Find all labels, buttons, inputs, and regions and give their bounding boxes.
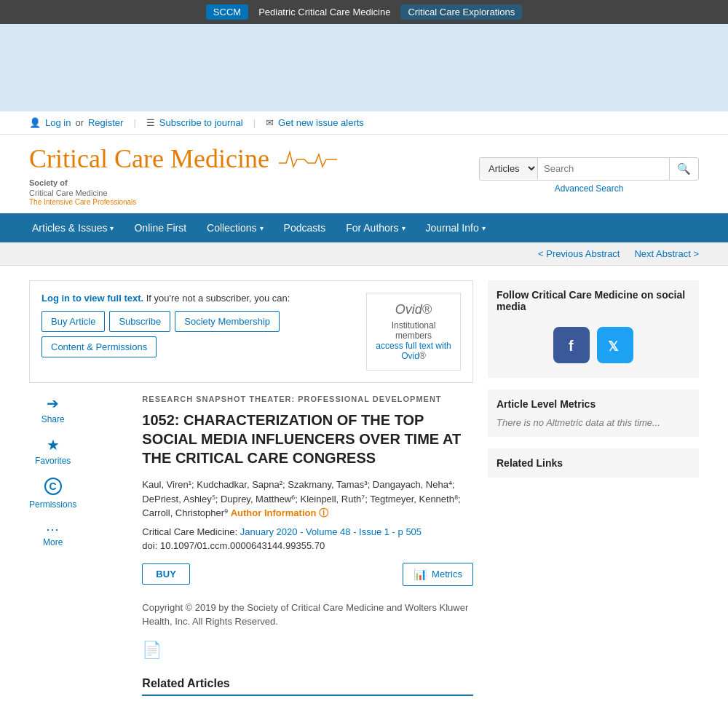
or-text: or [75, 117, 84, 128]
twitter-icon[interactable]: 𝕏 [597, 327, 633, 363]
main-nav: Articles & Issues ▾ Online First Collect… [0, 213, 728, 242]
top-bar-sccm[interactable]: SCCM [206, 4, 248, 20]
permissions-icon: C [44, 478, 62, 495]
search-type-select[interactable]: Articles [480, 158, 538, 179]
share-action[interactable]: ➔ Share [29, 395, 76, 424]
content-wrapper: Log in to view full text. If you're not … [0, 266, 728, 719]
society-membership-button[interactable]: Society Membership [175, 311, 280, 332]
search-box: Articles 🔍 [479, 157, 699, 181]
chevron-down-icon2: ▾ [260, 224, 264, 232]
facebook-icon[interactable]: f [553, 327, 590, 363]
search-input[interactable] [538, 159, 669, 178]
chevron-down-icon: ▾ [110, 224, 114, 232]
metrics-button[interactable]: 📊 Metrics [403, 563, 473, 586]
next-abstract-link[interactable]: Next Abstract > [634, 248, 699, 259]
login-prompt: Log in to view full text. If you're not … [41, 293, 355, 304]
alerts-link[interactable]: Get new issue alerts [278, 117, 364, 128]
nav-articles-issues[interactable]: Articles & Issues ▾ [22, 213, 124, 242]
register-link[interactable]: Register [88, 117, 123, 128]
more-icon: ⋯ [46, 521, 60, 537]
favorites-label: Favorites [35, 456, 71, 466]
social-title: Follow Critical Care Medicine on social … [496, 289, 690, 312]
chevron-down-icon4: ▾ [482, 224, 486, 232]
ovid-text: Institutional members [376, 320, 451, 341]
banner-area [0, 24, 728, 111]
journal-link[interactable]: January 2020 - Volume 48 - Issue 1 - p 5… [240, 526, 422, 537]
sidebar: Follow Critical Care Medicine on social … [488, 280, 699, 705]
login-link[interactable]: Log in [45, 117, 71, 128]
society-name2: Critical Care Medicine [29, 189, 108, 197]
svg-text:𝕏: 𝕏 [608, 339, 619, 354]
login-icon: 👤 [29, 117, 41, 128]
journal-ref: Critical Care Medicine: January 2020 - V… [142, 526, 473, 537]
header: Critical Care Medicine Society of Critic… [0, 135, 728, 213]
more-label: More [43, 537, 63, 547]
article-section: ➔ Share ★ Favorites C Permissions ⋯ More [29, 395, 473, 705]
no-metrics-text: There is no Altmetric data at this time.… [496, 417, 690, 428]
abstract-nav: < Previous Abstract Next Abstract > [0, 242, 728, 266]
related-links-title: Related Links [496, 457, 690, 469]
account-bar: 👤 Log in or Register | ☰ Subscribe to jo… [0, 111, 728, 135]
logo-area: Critical Care Medicine Society of Critic… [29, 146, 337, 206]
subscribe-icon: ☰ [146, 117, 155, 128]
logo-subtitle: Society of Critical Care Medicine The In… [29, 178, 337, 207]
ovid-access-link[interactable]: access full text with Ovid [376, 341, 451, 361]
chevron-down-icon3: ▾ [402, 224, 405, 232]
document-icon[interactable]: 📄 [142, 641, 473, 660]
pipe-separator2: | [253, 117, 256, 128]
article-category: RESEARCH SNAPSHOT THEATER: PROFESSIONAL … [142, 395, 473, 403]
access-left: Log in to view full text. If you're not … [41, 293, 355, 357]
ovid-logo: Ovid® [376, 302, 451, 317]
tagline: The Intensive Care Professionals [29, 198, 136, 206]
search-area: Articles 🔍 Advanced Search [479, 157, 699, 195]
top-bar-cce[interactable]: Critical Care Explorations [400, 4, 522, 20]
nav-podcasts[interactable]: Podcasts [274, 213, 336, 242]
journal-title: Critical Care Medicine [29, 146, 337, 175]
login-prompt-link[interactable]: Log in to view full text. [41, 293, 143, 304]
access-buttons: Buy Article Subscribe Society Membership… [41, 311, 355, 357]
article-actions: ➔ Share ★ Favorites C Permissions ⋯ More [29, 395, 76, 705]
svg-text:f: f [569, 338, 574, 354]
top-bar-pccm[interactable]: Pediatric Critical Care Medicine [251, 4, 397, 20]
star-icon: ★ [47, 436, 60, 454]
more-action[interactable]: ⋯ More [29, 521, 76, 547]
subscribe-link[interactable]: Subscribe to journal [159, 117, 243, 128]
author-info-link[interactable]: Author Information ⓘ [231, 507, 328, 518]
main-content: Log in to view full text. If you're not … [29, 280, 473, 705]
article-authors: Kaul, Viren¹; Kudchadkar, Sapna²; Szakma… [142, 478, 473, 521]
share-icon: ➔ [47, 395, 59, 412]
nav-journal-info[interactable]: Journal Info ▾ [416, 213, 496, 242]
previous-abstract-link[interactable]: < Previous Abstract [538, 248, 620, 259]
favorites-action[interactable]: ★ Favorites [29, 436, 76, 466]
access-box: Log in to view full text. If you're not … [29, 280, 473, 383]
nav-online-first[interactable]: Online First [124, 213, 197, 242]
ovid-box: Ovid® Institutional members access full … [366, 293, 461, 371]
subscribe-button[interactable]: Subscribe [109, 311, 170, 332]
metrics-bar-icon: 📊 [414, 568, 427, 581]
permissions-action[interactable]: C Permissions [29, 478, 76, 510]
search-button[interactable]: 🔍 [669, 158, 698, 180]
related-links-section: Related Links [488, 448, 699, 478]
social-icons: f 𝕏 [496, 321, 690, 369]
nav-for-authors[interactable]: For Authors ▾ [336, 213, 415, 242]
social-section: Follow Critical Care Medicine on social … [488, 280, 699, 378]
permissions-label: Permissions [29, 499, 76, 510]
metrics-section-title: Article Level Metrics [496, 398, 690, 410]
ecg-decoration [279, 149, 337, 175]
metrics-section: Article Level Metrics There is no Altmet… [488, 389, 699, 437]
nav-collections[interactable]: Collections ▾ [197, 213, 273, 242]
article-title: 1052: CHARACTERIZATION OF THE TOP SOCIAL… [142, 411, 473, 467]
buy-article-button[interactable]: Buy Article [41, 311, 105, 332]
ovid-sup: ® [419, 351, 426, 361]
top-bar: SCCM Pediatric Critical Care Medicine Cr… [0, 0, 728, 24]
doi-text: doi: 10.1097/01.ccm.0000643144.99355.70 [142, 540, 473, 551]
article-body: RESEARCH SNAPSHOT THEATER: PROFESSIONAL … [142, 395, 473, 705]
content-permissions-button[interactable]: Content & Permissions [41, 336, 157, 357]
advanced-search-link[interactable]: Advanced Search [479, 183, 699, 195]
article-buy-button[interactable]: BUY [142, 563, 189, 585]
email-icon: ✉ [266, 117, 274, 128]
share-label: Share [41, 414, 65, 424]
copyright-text: Copyright © 2019 by the Society of Criti… [142, 601, 473, 629]
society-name: Society of [29, 178, 68, 187]
article-action-row: BUY 📊 Metrics [142, 563, 473, 586]
